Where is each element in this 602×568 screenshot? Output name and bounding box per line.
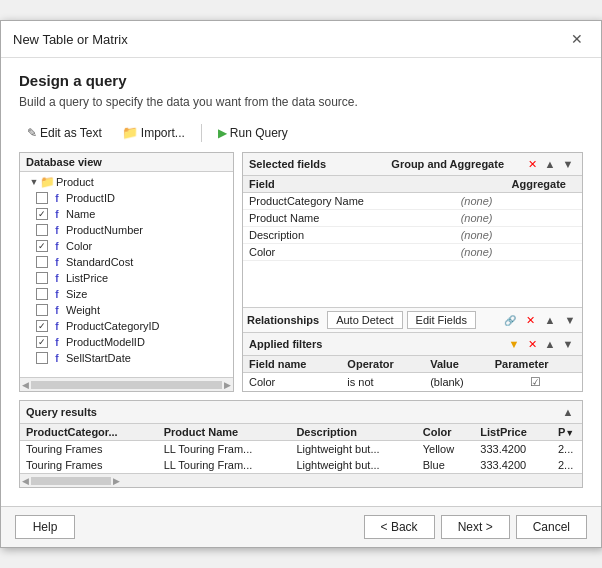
field-icon-color: f <box>50 239 64 253</box>
tree-item-productmodelid[interactable]: ✓ f ProductModelID <box>20 334 233 350</box>
dialog-container: New Table or Matrix ✕ Design a query Bui… <box>0 20 602 548</box>
field-icon-sellstartdate: f <box>50 351 64 365</box>
checkbox-size[interactable] <box>36 288 48 300</box>
selected-fields-title: Selected fields <box>249 158 326 170</box>
applied-filters-title: Applied filters <box>249 338 322 350</box>
tree-item-name[interactable]: ✓ f Name <box>20 206 233 222</box>
import-button[interactable]: 📁 Import... <box>114 121 193 144</box>
checkbox-productnumber[interactable] <box>36 224 48 236</box>
tree-label-sellstartdate: SellStartDate <box>66 352 131 364</box>
tree-label-name: Name <box>66 208 95 220</box>
rel-down-button[interactable]: ▼ <box>562 312 578 328</box>
bottom-bar: Help < Back Next > Cancel <box>1 506 601 547</box>
col-value-header: Value <box>424 356 489 373</box>
tree-label-listprice: ListPrice <box>66 272 108 284</box>
tree-toggle-product: ▼ <box>28 177 40 187</box>
edit-as-text-label: Edit as Text <box>40 126 102 140</box>
title-bar: New Table or Matrix ✕ <box>1 21 601 58</box>
relationships-section: Relationships Auto Detect Edit Fields 🔗 … <box>243 308 582 333</box>
agg-productcategoryname: (none) <box>455 193 582 210</box>
rel-up-button[interactable]: ▲ <box>542 312 558 328</box>
field-productname: Product Name <box>243 210 455 227</box>
rel-delete-button[interactable]: ✕ <box>522 312 538 328</box>
field-icon-productid: f <box>50 191 64 205</box>
results-hscrollbar[interactable]: ◀ ▶ <box>20 473 582 487</box>
tree-item-sellstartdate[interactable]: f SellStartDate <box>20 350 233 366</box>
filter-row[interactable]: Color is not (blank) ☑ <box>243 373 582 392</box>
db-hscrollbar[interactable]: ◀ ▶ <box>20 377 233 391</box>
table-row[interactable]: ProductCategory Name (none) <box>243 193 582 210</box>
result-row: Touring Frames LL Touring Fram... Lightw… <box>20 457 582 473</box>
run-query-label: Run Query <box>230 126 288 140</box>
selected-fields-section: Selected fields Group and Aggregate ✕ ▲ … <box>243 153 582 308</box>
results-col-category: ProductCategor... <box>20 424 158 441</box>
table-row[interactable]: Description (none) <box>243 227 582 244</box>
filter-operator: is not <box>341 373 424 392</box>
tree-item-productnumber[interactable]: f ProductNumber <box>20 222 233 238</box>
result-category-1: Touring Frames <box>20 441 158 458</box>
tree-label-productmodelid: ProductModelID <box>66 336 145 348</box>
tree-item-standardcost[interactable]: f StandardCost <box>20 254 233 270</box>
next-button[interactable]: Next > <box>441 515 510 539</box>
results-col-productname: Product Name <box>158 424 291 441</box>
delete-field-button[interactable]: ✕ <box>524 156 540 172</box>
filter-down-button[interactable]: ▼ <box>560 336 576 352</box>
move-up-button[interactable]: ▲ <box>542 156 558 172</box>
checkbox-sellstartdate[interactable] <box>36 352 48 364</box>
tree-item-productcategoryid[interactable]: ✓ f ProductCategoryID <box>20 318 233 334</box>
checkbox-weight[interactable] <box>36 304 48 316</box>
tree-item-color[interactable]: ✓ f Color <box>20 238 233 254</box>
filter-parameter[interactable]: ☑ <box>489 373 582 392</box>
filter-delete-button[interactable]: ✕ <box>524 336 540 352</box>
results-col-listprice: ListPrice <box>474 424 552 441</box>
tree-item-productid[interactable]: f ProductID <box>20 190 233 206</box>
edit-fields-button[interactable]: Edit Fields <box>407 311 476 329</box>
checkbox-standardcost[interactable] <box>36 256 48 268</box>
tree-label-color: Color <box>66 240 92 252</box>
run-query-button[interactable]: ▶ Run Query <box>210 122 296 144</box>
checkbox-listprice[interactable] <box>36 272 48 284</box>
result-category-2: Touring Frames <box>20 457 158 473</box>
back-button[interactable]: < Back <box>364 515 435 539</box>
query-results-panel: Query results ▲ ProductCategor... Produc… <box>19 400 583 488</box>
tree-label-productid: ProductID <box>66 192 115 204</box>
checkbox-productmodelid[interactable]: ✓ <box>36 336 48 348</box>
tree-label-standardcost: StandardCost <box>66 256 133 268</box>
result-color-2: Blue <box>417 457 475 473</box>
checkbox-color[interactable]: ✓ <box>36 240 48 252</box>
folder-icon-product: 📁 <box>40 175 54 189</box>
checkbox-productcategoryid[interactable]: ✓ <box>36 320 48 332</box>
table-row[interactable]: Product Name (none) <box>243 210 582 227</box>
results-collapse-button[interactable]: ▲ <box>560 404 576 420</box>
database-tree: ▼ 📁 Product f ProductID ✓ f Name <box>20 172 233 377</box>
move-down-button[interactable]: ▼ <box>560 156 576 172</box>
query-results-title: Query results <box>26 406 97 418</box>
checkbox-productid[interactable] <box>36 192 48 204</box>
toolbar-separator <box>201 124 202 142</box>
parameter-checkbox[interactable]: ☑ <box>530 375 541 389</box>
applied-filters-header: Applied filters ▼ ✕ ▲ ▼ <box>243 333 582 356</box>
auto-detect-button[interactable]: Auto Detect <box>327 311 402 329</box>
tree-item-product[interactable]: ▼ 📁 Product <box>20 174 233 190</box>
close-button[interactable]: ✕ <box>565 29 589 49</box>
query-results-header: Query results ▲ <box>20 401 582 424</box>
help-button[interactable]: Help <box>15 515 75 539</box>
result-row: Touring Frames LL Touring Fram... Lightw… <box>20 441 582 458</box>
result-description-2: Lightweight but... <box>290 457 416 473</box>
group-aggregate-title: Group and Aggregate <box>391 158 504 170</box>
table-row[interactable]: Color (none) <box>243 244 582 261</box>
edit-as-text-button[interactable]: ✎ Edit as Text <box>19 122 110 144</box>
result-listprice-2: 333.4200 <box>474 457 552 473</box>
import-icon: 📁 <box>122 125 138 140</box>
rel-icon1[interactable]: 🔗 <box>502 312 518 328</box>
checkbox-name[interactable]: ✓ <box>36 208 48 220</box>
tree-item-listprice[interactable]: f ListPrice <box>20 270 233 286</box>
tree-item-size[interactable]: f Size <box>20 286 233 302</box>
dialog-subtitle: Build a query to specify the data you wa… <box>19 95 583 109</box>
tree-item-weight[interactable]: f Weight <box>20 302 233 318</box>
bottom-right-buttons: < Back Next > Cancel <box>364 515 587 539</box>
filter-icon-btn[interactable]: ▼ <box>506 336 522 352</box>
filter-up-button[interactable]: ▲ <box>542 336 558 352</box>
dialog-body: Design a query Build a query to specify … <box>1 58 601 498</box>
cancel-button[interactable]: Cancel <box>516 515 587 539</box>
